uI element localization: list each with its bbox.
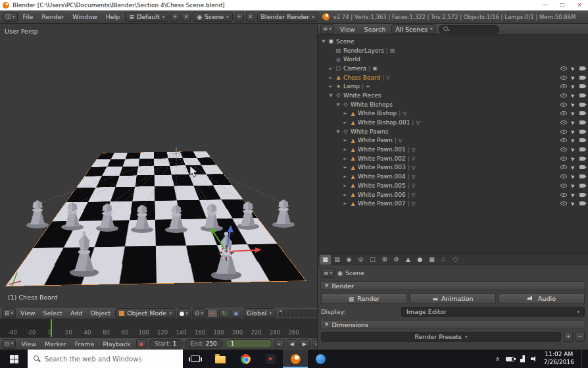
- timeline-menu-view[interactable]: View: [18, 340, 39, 348]
- render-engine-dropdown[interactable]: Blender Render ▾: [257, 12, 318, 22]
- minimize-button[interactable]: —: [537, 0, 554, 10]
- chess-pieces[interactable]: [26, 199, 295, 280]
- selectability-cursor-icon[interactable]: [571, 192, 576, 197]
- renderability-camera-icon[interactable]: [579, 165, 585, 169]
- properties-tab-object[interactable]: □: [367, 255, 378, 265]
- layer-cell[interactable]: [279, 309, 282, 313]
- renderability-camera-icon[interactable]: [579, 201, 585, 205]
- outliner-menu-search[interactable]: Search: [361, 26, 389, 33]
- chess-bishop[interactable]: [211, 232, 241, 280]
- jump-to-start-button[interactable]: «: [274, 339, 285, 348]
- renderability-camera-icon[interactable]: [579, 138, 585, 142]
- delete-scene-button[interactable]: ×: [246, 12, 255, 22]
- renderability-camera-icon[interactable]: [579, 130, 585, 134]
- expander-icon[interactable]: ▼: [320, 39, 327, 44]
- expander-icon[interactable]: ►: [342, 156, 349, 161]
- visibility-eye-icon[interactable]: [560, 184, 567, 188]
- properties-editor-type-button[interactable]: ≡ ▾: [321, 268, 335, 278]
- layer-cell[interactable]: [283, 309, 286, 313]
- layer-cell[interactable]: [310, 309, 314, 313]
- task-view-button[interactable]: [183, 350, 208, 368]
- expander-icon[interactable]: ▼: [328, 93, 334, 98]
- visibility-eye-icon[interactable]: [560, 147, 567, 151]
- outliner-row-white-pawn[interactable]: ►▲White Pawn|▽: [318, 136, 588, 145]
- audio-button[interactable]: Audio: [499, 293, 585, 304]
- properties-tab-world[interactable]: ◎: [355, 255, 366, 265]
- remove-preset-button[interactable]: −: [576, 332, 585, 342]
- expander-icon[interactable]: ►: [328, 84, 334, 89]
- end-frame-field[interactable]: End: 250: [185, 339, 223, 348]
- renderability-camera-icon[interactable]: [579, 120, 585, 124]
- pivot-dropdown[interactable]: ⊙ ▾: [192, 308, 206, 318]
- selectability-cursor-icon[interactable]: [571, 147, 576, 152]
- selectability-cursor-icon[interactable]: [571, 165, 576, 171]
- selectability-cursor-icon[interactable]: [571, 156, 576, 161]
- close-button[interactable]: ×: [571, 0, 588, 10]
- manipulator-rotate-button[interactable]: ↻: [219, 309, 230, 318]
- chess-pawn[interactable]: [201, 203, 223, 232]
- viewport-editor-type-button[interactable]: ⊞ ▾: [2, 308, 16, 318]
- chess-pawn[interactable]: [237, 201, 259, 230]
- outliner-row-lamp[interactable]: ►☀Lamp|☀: [318, 82, 588, 91]
- animation-button[interactable]: ▬ Animation: [410, 293, 496, 304]
- properties-tab-texture[interactable]: ▩: [426, 255, 437, 265]
- chess-pawn[interactable]: [165, 205, 187, 233]
- layer-cell[interactable]: [283, 313, 286, 317]
- selectability-cursor-icon[interactable]: [571, 93, 576, 98]
- viewport-menu-add[interactable]: Add: [67, 309, 86, 317]
- mode-dropdown[interactable]: Object Mode ▾: [115, 308, 175, 318]
- scene-dropdown[interactable]: ◉ Scene ▾: [193, 12, 232, 22]
- delete-layout-button[interactable]: ×: [182, 12, 191, 22]
- add-scene-button[interactable]: +: [235, 12, 244, 22]
- outliner-row-white-pawn-002[interactable]: ►▲White Pawn.002|▽: [318, 154, 588, 163]
- visibility-eye-icon[interactable]: [560, 120, 567, 124]
- selectability-cursor-icon[interactable]: [571, 174, 576, 179]
- layer-cell[interactable]: [295, 309, 298, 313]
- info-editor-type-button[interactable]: ⓘ ▾: [3, 12, 18, 22]
- timeline-editor-type-button[interactable]: ◷ ▾: [2, 339, 16, 349]
- outliner-row-white-pawns[interactable]: ▼◇White Pawns: [318, 127, 588, 136]
- taskbar-clock[interactable]: 11:02 AM 7/26/2016: [544, 351, 574, 366]
- viewport-menu-select[interactable]: Select: [40, 309, 66, 317]
- outliner-row-white-pieces[interactable]: ▼◇White Pieces: [318, 91, 588, 100]
- chess-pawn[interactable]: [96, 203, 118, 232]
- outliner-row-scene[interactable]: ▼▣Scene: [318, 37, 588, 46]
- renderability-camera-icon[interactable]: [579, 184, 585, 188]
- outliner-row-white-bishop-001[interactable]: ►▲White Bishop.001|▽: [318, 118, 588, 127]
- properties-tab-data[interactable]: ▲: [403, 255, 414, 265]
- properties-tab-render-layers[interactable]: ▤: [331, 255, 343, 265]
- selectability-cursor-icon[interactable]: [571, 129, 576, 134]
- visibility-eye-icon[interactable]: [560, 201, 567, 205]
- timeline-menu-marker[interactable]: Marker: [41, 340, 70, 348]
- selectability-cursor-icon[interactable]: [571, 84, 576, 90]
- chrome-button[interactable]: [233, 350, 258, 368]
- properties-tab-render[interactable]: ▦: [320, 255, 331, 265]
- renderability-camera-icon[interactable]: [579, 147, 585, 151]
- play-button[interactable]: ▶: [299, 339, 310, 348]
- chess-pawn[interactable]: [272, 199, 295, 228]
- expander-icon[interactable]: ►: [342, 165, 349, 170]
- properties-tab-particles[interactable]: ∴: [438, 255, 449, 265]
- selectability-cursor-icon[interactable]: [571, 183, 576, 188]
- chess-pawn[interactable]: [131, 205, 153, 233]
- chess-pawn[interactable]: [26, 200, 49, 228]
- orientation-dropdown[interactable]: Global ▾: [243, 308, 276, 318]
- layer-cell[interactable]: [291, 313, 294, 317]
- visibility-eye-icon[interactable]: [560, 165, 567, 169]
- viewport-3d[interactable]: User Persp (1) Chess Board: [0, 24, 317, 307]
- maximize-button[interactable]: □: [554, 0, 571, 10]
- visibility-eye-icon[interactable]: [560, 93, 567, 97]
- outliner-row-white-pawn-005[interactable]: ►▲White Pawn.005|▽: [318, 181, 588, 190]
- properties-tab-physics[interactable]: ◌: [450, 255, 461, 265]
- expander-icon[interactable]: ►: [342, 192, 349, 197]
- menu-window[interactable]: Window: [69, 13, 100, 20]
- visibility-eye-icon[interactable]: [560, 193, 567, 197]
- network-icon[interactable]: ▟: [520, 355, 525, 362]
- outliner-filter-dropdown[interactable]: All Scenes ▾: [391, 24, 436, 34]
- renderability-camera-icon[interactable]: [579, 66, 585, 70]
- selectability-cursor-icon[interactable]: [571, 111, 576, 117]
- timeline-menu-playback[interactable]: Playback: [99, 340, 134, 348]
- expander-icon[interactable]: ▼: [335, 102, 341, 107]
- expander-icon[interactable]: ►: [342, 111, 349, 116]
- menu-render[interactable]: Render: [38, 13, 67, 20]
